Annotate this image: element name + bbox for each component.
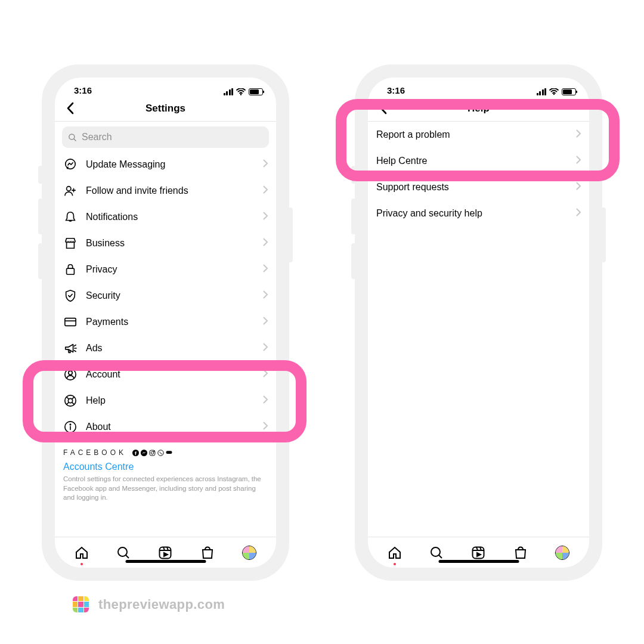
back-button[interactable]: [61, 100, 79, 117]
home-indicator: [125, 560, 206, 563]
facebook-label: FACEBOOK: [63, 448, 126, 457]
phone-frame-left: 3:16 Settings Search: [42, 64, 289, 581]
page-title: Settings: [145, 103, 185, 114]
settings-item-notifications[interactable]: Notifications: [55, 204, 276, 230]
screen-settings: 3:16 Settings Search: [55, 78, 276, 568]
settings-item-about[interactable]: About: [55, 414, 276, 440]
tab-search[interactable]: [428, 544, 445, 561]
search-icon: [429, 546, 444, 560]
item-label: Follow and invite friends: [86, 185, 188, 196]
settings-item-payments[interactable]: Payments: [55, 309, 276, 335]
tab-bar: [368, 537, 589, 568]
chevron-right-icon: [263, 238, 268, 249]
item-label: Privacy: [86, 264, 117, 275]
svg-point-22: [431, 547, 440, 556]
bell-icon: [63, 210, 78, 224]
chevron-left-icon: [66, 102, 74, 114]
help-item-support-requests[interactable]: Support requests: [368, 174, 589, 200]
help-item-report-problem[interactable]: Report a problem: [368, 122, 589, 148]
item-label: About: [86, 422, 111, 432]
settings-item-ads[interactable]: Ads: [55, 335, 276, 361]
page-title: Help: [467, 103, 490, 114]
cellular-icon: [224, 88, 234, 95]
info-icon: [63, 420, 78, 434]
chevron-right-icon: [263, 264, 268, 275]
person-icon: [63, 367, 78, 382]
help-item-privacy-security-help[interactable]: Privacy and security help: [368, 200, 589, 227]
phone-frame-right: 3:16 Help Report a problem Help Centre S…: [355, 64, 602, 581]
status-time: 3:16: [387, 85, 405, 95]
svg-rect-4: [67, 268, 75, 274]
help-item-help-centre[interactable]: Help Centre: [368, 148, 589, 174]
chevron-right-icon: [263, 395, 268, 406]
svg-point-15: [151, 451, 153, 454]
item-label: Report a problem: [376, 129, 450, 140]
status-time: 3:16: [74, 85, 92, 95]
wifi-icon: [236, 88, 246, 95]
status-indicators: [537, 88, 577, 95]
svg-point-3: [67, 187, 71, 191]
accounts-centre-description: Control settings for connected experienc…: [55, 473, 276, 509]
settings-item-follow-invite[interactable]: Follow and invite friends: [55, 178, 276, 204]
reels-icon: [158, 546, 172, 560]
chevron-right-icon: [263, 369, 268, 380]
search-icon: [68, 133, 77, 142]
tab-profile[interactable]: [241, 544, 258, 561]
oculus-mini-icon: [166, 450, 172, 456]
chevron-right-icon: [576, 182, 581, 193]
search-input[interactable]: Search: [62, 126, 269, 148]
settings-item-security[interactable]: Security: [55, 283, 276, 309]
tab-home[interactable]: [73, 544, 90, 561]
svg-point-7: [69, 371, 72, 374]
battery-icon: [249, 88, 263, 95]
item-label: Privacy and security help: [376, 208, 482, 219]
profile-avatar-icon: [555, 546, 569, 560]
megaphone-icon: [63, 341, 78, 355]
shop-icon: [200, 546, 215, 560]
svg-point-19: [118, 547, 127, 556]
settings-item-privacy[interactable]: Privacy: [55, 256, 276, 283]
watermark-logo-icon: [73, 596, 89, 612]
svg-point-11: [70, 424, 70, 425]
tab-profile[interactable]: [554, 544, 571, 561]
settings-item-help[interactable]: Help: [55, 388, 276, 414]
home-indicator: [438, 560, 519, 563]
settings-item-update-messaging[interactable]: Update Messaging: [55, 151, 276, 178]
item-label: Ads: [86, 343, 103, 354]
tab-shop[interactable]: [512, 544, 529, 561]
back-button[interactable]: [374, 100, 392, 117]
item-label: Notifications: [86, 212, 138, 222]
settings-item-account[interactable]: Account: [55, 361, 276, 388]
settings-item-business[interactable]: Business: [55, 230, 276, 256]
tab-reels[interactable]: [157, 544, 174, 561]
tab-search[interactable]: [115, 544, 132, 561]
chevron-right-icon: [576, 208, 581, 219]
messenger-mini-icon: [141, 450, 147, 456]
shield-icon: [63, 289, 78, 303]
chevron-left-icon: [379, 102, 387, 114]
settings-list: Update Messaging Follow and invite frien…: [55, 151, 276, 537]
svg-rect-5: [65, 318, 76, 326]
facebook-brands-row: FACEBOOK: [55, 440, 276, 459]
item-label: Payments: [86, 317, 128, 327]
nav-header: Settings: [55, 95, 276, 122]
notch: [429, 64, 528, 78]
screen-help: 3:16 Help Report a problem Help Centre S…: [368, 78, 589, 568]
lifebuoy-icon: [63, 394, 78, 408]
svg-point-1: [69, 134, 75, 139]
svg-point-17: [158, 450, 163, 455]
tab-reels[interactable]: [470, 544, 487, 561]
tab-home[interactable]: [386, 544, 403, 561]
accounts-centre-link[interactable]: Accounts Centre: [55, 459, 276, 473]
nav-header: Help: [368, 95, 589, 122]
svg-point-0: [240, 94, 242, 95]
watermark-text: thepreviewapp.com: [98, 597, 225, 612]
follow-icon: [63, 184, 78, 198]
help-list: Report a problem Help Centre Support req…: [368, 122, 589, 537]
home-icon: [75, 546, 89, 560]
tab-shop[interactable]: [199, 544, 216, 561]
svg-rect-18: [166, 451, 172, 454]
chevron-right-icon: [263, 212, 268, 222]
phones-container: 3:16 Settings Search: [0, 0, 644, 581]
profile-avatar-icon: [242, 546, 256, 560]
